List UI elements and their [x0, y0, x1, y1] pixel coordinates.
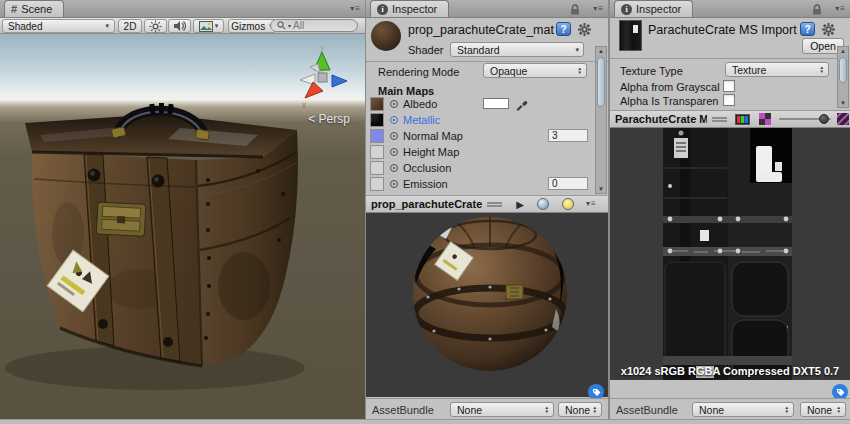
target-icon[interactable] [390, 116, 398, 124]
assetbundle-variant-dropdown[interactable]: None ▲▼ [800, 402, 846, 417]
emission-thumbnail[interactable] [370, 177, 384, 191]
scrollbar-thumb[interactable] [839, 57, 847, 83]
texture-preview-image [610, 128, 850, 380]
pane-menu-icon[interactable]: ▾≡ [350, 2, 361, 16]
height-map-row: Height Map [366, 144, 595, 160]
assetbundle-dropdown[interactable]: None ▲▼ [692, 402, 794, 417]
material-preview-area[interactable] [366, 213, 608, 397]
preview-shape-button[interactable] [537, 198, 549, 210]
alpha-from-grayscale-checkbox[interactable] [723, 80, 735, 92]
target-icon[interactable] [390, 132, 398, 140]
popup-arrow-icon: ▲▼ [545, 406, 549, 414]
perspective-toggle[interactable]: < Persp [294, 112, 364, 126]
albedo-thumbnail[interactable] [370, 97, 384, 111]
2d-label: 2D [124, 21, 137, 32]
alpha-from-grayscale-label: Alpha from Grayscal [620, 81, 720, 93]
material-title: prop_parachuteCrate_mat [408, 23, 554, 37]
rgb-channels-icon[interactable] [735, 114, 750, 125]
tab-inspector-material[interactable]: i Inspector [370, 0, 449, 17]
pane-menu-icon[interactable]: ▾≡ [835, 2, 846, 16]
preview-menu-icon[interactable]: ▾≡ [586, 197, 597, 211]
scrollbar-thumb[interactable] [597, 57, 605, 107]
tab-inspector-texture[interactable]: i Inspector [614, 0, 693, 17]
assetbundle-variant-dropdown[interactable]: None ▲▼ [558, 402, 602, 417]
target-icon[interactable] [390, 180, 398, 188]
material-preview-sphere[interactable] [366, 213, 608, 397]
help-icon[interactable]: ? [556, 22, 571, 36]
inspector-scrollbar[interactable]: ▲ ▼ [837, 46, 849, 108]
texture-type-dropdown[interactable]: Texture ▲▼ [725, 62, 829, 77]
alpha-checker-icon[interactable] [759, 113, 771, 125]
info-icon: i [621, 4, 632, 15]
inspector-scrollbar[interactable]: ▲ ▼ [595, 46, 607, 194]
alpha-is-transparent-label: Alpha Is Transparen [620, 95, 718, 107]
albedo-color-swatch[interactable] [483, 98, 509, 109]
occlusion-thumbnail[interactable] [370, 161, 384, 175]
pane-menu-icon[interactable]: ▾≡ [593, 2, 604, 16]
drag-handle-icon[interactable] [712, 117, 727, 122]
scene-search-input[interactable]: ▾ All [270, 19, 358, 32]
effects-dropdown-button[interactable]: ▾ [193, 19, 224, 33]
mipmap-stripes-icon[interactable] [837, 113, 849, 125]
shader-label: Shader [408, 44, 443, 56]
shader-dropdown[interactable]: Standard ▾ [450, 42, 584, 57]
gizmos-dropdown[interactable]: Gizmos ▾ [228, 19, 276, 33]
2d-toggle-button[interactable]: 2D [118, 19, 142, 33]
target-icon[interactable] [390, 148, 398, 156]
assetbundle-value: None [699, 404, 785, 416]
material-inspector-panel: i Inspector ▾≡ prop_parachuteCrate_mat ?… [366, 0, 608, 419]
shader-value: Standard [457, 44, 575, 56]
assetbundle-label: AssetBundle [616, 404, 678, 416]
lock-icon[interactable] [570, 4, 580, 15]
drag-handle-icon[interactable] [487, 202, 502, 207]
search-icon [277, 21, 286, 30]
help-icon[interactable]: ? [800, 22, 815, 36]
metallic-thumbnail[interactable] [370, 113, 384, 127]
texture-preview-header[interactable]: ParachuteCrate MS [610, 110, 850, 128]
scroll-down-icon[interactable]: ▼ [838, 100, 848, 106]
lock-icon[interactable] [812, 4, 822, 15]
texture-preview-title: ParachuteCrate MS [615, 113, 707, 125]
assetbundle-value: None [457, 404, 545, 416]
tab-scene[interactable]: # Scene [4, 0, 64, 17]
search-value: All [293, 20, 304, 31]
texture-inspector-panel: i Inspector ▾≡ ParachuteCrate MS Import … [610, 0, 850, 419]
assetbundle-dropdown[interactable]: None ▲▼ [450, 402, 554, 417]
preview-light-button[interactable] [562, 198, 574, 210]
axis-up-back-cone[interactable] [310, 64, 320, 73]
texture-preview-area[interactable]: x1024 sRGB RGBA Compressed DXT5 0.7 [610, 128, 850, 380]
scroll-down-icon[interactable]: ▼ [596, 186, 606, 192]
gear-icon[interactable] [822, 23, 835, 36]
window-bottom-edge [0, 419, 850, 424]
material-preview-header[interactable]: prop_parachuteCrate ▶ ▾≡ [366, 195, 608, 213]
material-inspector-tabbar: i Inspector ▾≡ [366, 0, 608, 18]
emission-row: Emission 0 [366, 176, 595, 192]
shading-mode-dropdown[interactable]: Shaded ▾ [2, 19, 115, 33]
alpha-is-transparent-checkbox[interactable] [723, 94, 735, 106]
scroll-up-icon[interactable]: ▲ [596, 48, 606, 54]
axis-z-cone[interactable] [332, 75, 347, 87]
dropdown-arrow-icon: ▾ [575, 46, 579, 54]
scene-toolbar: Shaded ▾ 2D ▾ Gizmos ▾ ▾ All [0, 18, 365, 34]
gear-icon[interactable] [578, 23, 591, 36]
eyedropper-icon[interactable] [515, 98, 528, 111]
normal-map-thumbnail[interactable] [370, 129, 384, 143]
emission-value-field[interactable]: 0 [548, 177, 588, 190]
audio-toggle-button[interactable] [168, 19, 191, 33]
lighting-toggle-button[interactable] [144, 19, 167, 33]
scroll-up-icon[interactable]: ▲ [838, 48, 848, 54]
height-map-thumbnail[interactable] [370, 145, 384, 159]
play-icon[interactable]: ▶ [516, 199, 524, 210]
rendering-mode-dropdown[interactable]: Opaque ▲▼ [483, 63, 587, 78]
normal-map-value-field[interactable]: 3 [548, 129, 588, 142]
scene-viewport[interactable]: y x < Persp [0, 34, 365, 419]
target-icon[interactable] [390, 164, 398, 172]
axis-x-cone[interactable] [305, 82, 323, 98]
slider-knob[interactable] [819, 114, 829, 124]
search-filter-arrow-icon: ▾ [288, 22, 291, 29]
texture-type-label: Texture Type [620, 65, 683, 77]
mip-level-slider[interactable] [779, 114, 831, 124]
scene-orientation-gizmo[interactable]: y x [288, 40, 358, 112]
assetbundle-variant-value: None [807, 404, 837, 416]
target-icon[interactable] [390, 100, 398, 108]
